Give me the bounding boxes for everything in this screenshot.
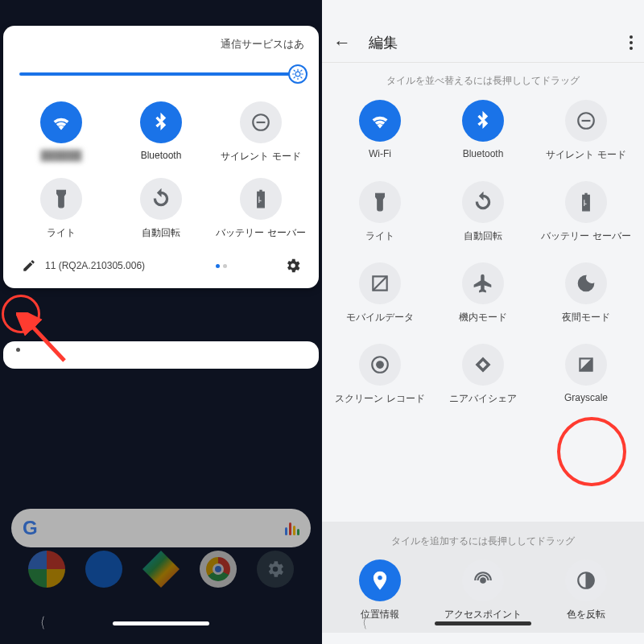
tile-nearby[interactable]: ニアバイシェア: [431, 344, 535, 406]
night-icon[interactable]: [565, 262, 607, 304]
mobiledata-icon[interactable]: [359, 262, 401, 304]
tile-rotate[interactable]: 自動回転: [111, 178, 211, 240]
invert-icon[interactable]: [565, 559, 607, 601]
airplane-icon[interactable]: [462, 262, 504, 304]
tile-dnd[interactable]: サイレント モード: [211, 101, 311, 163]
qs-tiles-grid: ██████Bluetoothサイレント モードライト自動回転バッテリー セーバ…: [11, 101, 311, 240]
qs-pager: [163, 264, 280, 268]
svg-point-9: [481, 578, 486, 584]
tile-label: Grayscale: [564, 392, 608, 403]
assistant-icon[interactable]: [285, 521, 299, 535]
tile-label: 自動回転: [464, 229, 502, 243]
add-hint: タイルを追加するには長押ししてドラッグ: [322, 535, 644, 548]
tile-bluetooth[interactable]: Bluetooth: [431, 100, 535, 162]
bluetooth-icon[interactable]: [462, 100, 504, 142]
left-phone: 11:55 G 通信サービスはあ ██████Bluetoothサイレント モー…: [0, 0, 322, 644]
brightness-thumb-icon[interactable]: [288, 64, 308, 84]
dnd-icon[interactable]: [565, 100, 607, 142]
edit-tiles-grid: Wi-FiBluetoothサイレント モードライト自動回転バッテリー セーバー…: [322, 100, 644, 406]
quick-settings-panel: 通信サービスはあ ██████Bluetoothサイレント モードライト自動回転…: [3, 26, 319, 288]
appbar-title: 編集: [369, 33, 630, 52]
record-icon[interactable]: [359, 344, 401, 386]
google-logo: G: [23, 517, 38, 539]
brightness-slider[interactable]: [19, 61, 303, 87]
dnd-icon[interactable]: [240, 101, 282, 143]
build-number: 11 (RQ2A.210305.006): [45, 260, 163, 271]
tile-mobiledata[interactable]: モバイルデータ: [328, 262, 431, 324]
tile-label: 自動回転: [142, 226, 180, 240]
tile-label: Bluetooth: [463, 148, 504, 159]
tile-battery[interactable]: バッテリー セーバー: [535, 181, 638, 243]
right-phone: 8:44 ← 編集 タイルを並べ替えるには長押ししてドラッグ Wi-FiBlue…: [322, 0, 644, 644]
tile-label: ニアバイシェア: [449, 392, 517, 406]
tile-label: Wi-Fi: [369, 148, 391, 159]
tile-battery[interactable]: バッテリー セーバー: [211, 178, 311, 240]
rotate-icon[interactable]: [140, 178, 182, 220]
tile-wifi[interactable]: ██████: [11, 101, 111, 163]
flashlight-icon[interactable]: [359, 181, 401, 223]
tile-night[interactable]: 夜間モード: [535, 262, 638, 324]
nav-back[interactable]: 〈: [35, 613, 44, 633]
battery-icon[interactable]: [240, 178, 282, 220]
wifi-icon[interactable]: [40, 101, 82, 143]
tile-label: ライト: [47, 226, 76, 240]
tile-label: ライト: [365, 229, 394, 243]
bluetooth-icon[interactable]: [140, 101, 182, 143]
messages-app-icon[interactable]: [85, 551, 122, 588]
tile-label: ██████: [40, 150, 81, 161]
tile-label: サイレント モード: [546, 148, 625, 162]
appbar: ← 編集: [322, 23, 644, 63]
tile-wifi[interactable]: Wi-Fi: [328, 100, 431, 162]
tile-label: サイレント モード: [221, 150, 300, 163]
settings-app-icon[interactable]: [257, 551, 294, 588]
back-button[interactable]: ←: [333, 32, 351, 53]
edit-tiles-button[interactable]: [16, 253, 42, 279]
tile-grayscale[interactable]: Grayscale: [535, 344, 638, 406]
reorder-hint: タイルを並べ替えるには長押ししてドラッグ: [322, 74, 644, 88]
home-dock: [0, 551, 322, 588]
tile-label: モバイルデータ: [346, 311, 414, 324]
tile-label: 夜間モード: [562, 311, 610, 324]
nav-bar-left: 〈: [0, 607, 322, 639]
tile-dnd[interactable]: サイレント モード: [535, 100, 638, 162]
photos-app-icon[interactable]: [28, 551, 65, 588]
play-store-icon[interactable]: [142, 551, 180, 588]
grayscale-icon[interactable]: [565, 344, 607, 386]
tile-label: バッテリー セーバー: [541, 229, 630, 243]
location-icon[interactable]: [359, 559, 401, 601]
hotspot-icon[interactable]: [462, 559, 504, 601]
nearby-icon[interactable]: [462, 344, 504, 386]
notification-shade-handle[interactable]: [3, 341, 319, 369]
tile-flashlight[interactable]: ライト: [11, 178, 111, 240]
svg-point-7: [377, 361, 384, 369]
chrome-app-icon[interactable]: [200, 551, 237, 588]
rotate-icon[interactable]: [462, 181, 504, 223]
nav-home-pill[interactable]: [435, 621, 531, 625]
settings-gear-button[interactable]: [280, 253, 306, 279]
wifi-icon[interactable]: [359, 100, 401, 142]
flashlight-icon[interactable]: [40, 178, 82, 220]
battery-icon[interactable]: [565, 181, 607, 223]
overflow-menu-button[interactable]: [630, 35, 633, 50]
tile-bluetooth[interactable]: Bluetooth: [111, 101, 211, 163]
tile-airplane[interactable]: 機内モード: [431, 262, 535, 324]
tile-label: バッテリー セーバー: [216, 226, 305, 240]
brightness-track: [19, 72, 303, 76]
home-search-bar[interactable]: G: [11, 509, 311, 547]
tile-record[interactable]: スクリーン レコード: [328, 344, 431, 406]
svg-line-5: [373, 276, 386, 290]
tile-label: スクリーン レコード: [335, 392, 424, 406]
carrier-label: 通信サービスはあ: [11, 37, 311, 58]
qs-footer: 11 (RQ2A.210305.006): [11, 253, 311, 280]
nav-home-pill[interactable]: [113, 621, 209, 625]
nav-bar-right: 〈: [322, 607, 644, 639]
nav-back[interactable]: 〈: [357, 613, 366, 633]
tile-label: Bluetooth: [141, 150, 182, 161]
tile-label: 機内モード: [459, 311, 507, 324]
tile-flashlight[interactable]: ライト: [328, 181, 431, 243]
tile-rotate[interactable]: 自動回転: [431, 181, 535, 243]
